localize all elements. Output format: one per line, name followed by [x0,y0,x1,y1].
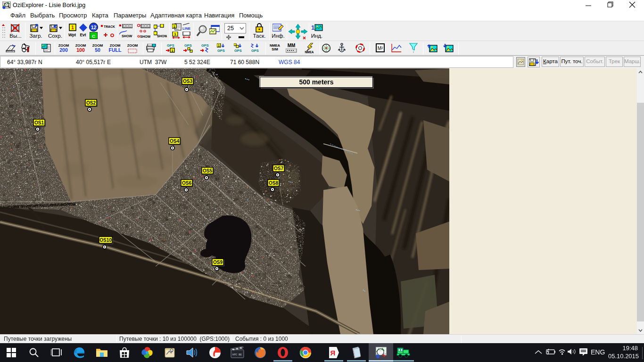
svg-text:1: 1 [71,25,74,30]
svg-text:OS2: OS2 [86,100,96,106]
svg-text:OS6: OS6 [182,181,191,186]
svg-text:GPS: GPS [251,49,259,53]
svg-text:OS8: OS8 [269,181,278,186]
svg-text:GPS: GPS [217,49,225,53]
svg-text:1: 1 [173,25,175,29]
svg-text:Я: Я [330,349,336,357]
svg-text:1: 1 [311,24,314,31]
svg-text:OS3: OS3 [183,79,192,84]
svg-text:GPS: GPS [201,43,209,48]
svg-text:M²: M² [378,46,383,51]
svg-text:LINE: LINE [182,26,190,31]
svg-text:GPS: GPS [184,43,192,48]
svg-text:SHOW: SHOW [122,34,132,38]
svg-text:OS1: OS1 [34,120,44,125]
svg-text:OS9: OS9 [213,260,223,265]
svg-text:OS10: OS10 [99,238,112,243]
svg-text:HPC BE: HPC BE [232,353,242,356]
svg-text:GPS: GPS [234,49,242,53]
svg-text:SHOW: SHOW [140,34,150,38]
svg-text:OS7: OS7 [274,166,283,171]
svg-text:i: i [171,349,172,352]
svg-text:C: C [92,33,95,39]
svg-text:12: 12 [91,25,97,30]
svg-text:GPS: GPS [167,43,174,48]
svg-text:OS5: OS5 [203,168,212,173]
svg-text:1: 1 [174,32,176,36]
svg-text:1: 1 [172,49,173,52]
svg-text:1: 1 [218,44,220,47]
svg-text:OS4: OS4 [170,139,179,144]
svg-text:TRACK: TRACK [104,25,115,28]
svg-text:SHOW: SHOW [157,34,167,38]
